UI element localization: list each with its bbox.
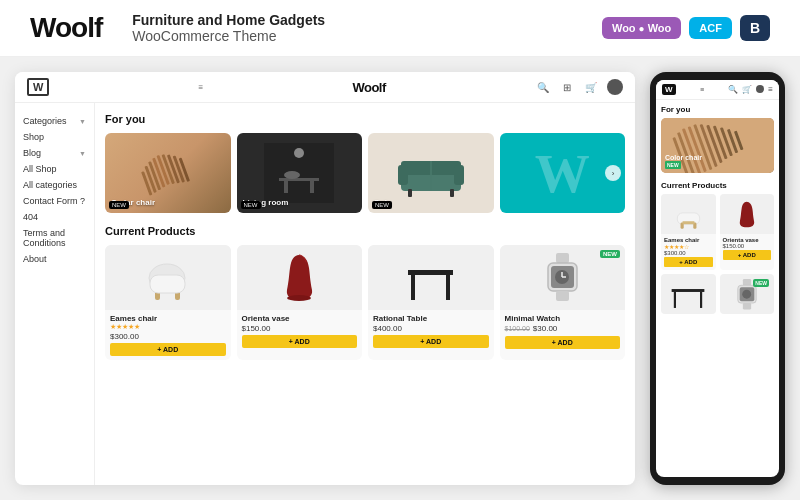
product-price-eames: $300.00: [110, 332, 226, 341]
product-img-vase: [237, 245, 363, 310]
svg-point-10: [294, 148, 304, 158]
product-img-table: [368, 245, 494, 310]
mobile-for-you-title: For you: [661, 105, 774, 114]
mobile-cart-icon[interactable]: 🛒: [742, 85, 752, 94]
mobile-new-badge: NEW: [665, 161, 681, 169]
sidebar-item-allcategories[interactable]: All categories: [23, 177, 86, 193]
subtitle-line2: WooCommerce Theme: [132, 28, 572, 44]
svg-rect-64: [700, 291, 702, 307]
eames-chair-img: [140, 250, 195, 305]
avatar[interactable]: [607, 79, 623, 95]
mobile-eames-img: [671, 197, 706, 232]
mobile-cedar-label: Color chair NEW: [665, 154, 702, 169]
featured-grid: Cedar chair NEW: [105, 133, 625, 213]
product-card-vase[interactable]: Orienta vase $150.00 + ADD: [237, 245, 363, 360]
mobile-search-icon[interactable]: 🔍: [728, 85, 738, 94]
mockup-sidebar: Categories ▼ Shop Blog ▼ All Shop All ca…: [15, 103, 95, 485]
featured-card-sofa[interactable]: Sofa NEW: [368, 133, 494, 213]
for-you-title: For you: [105, 113, 625, 125]
add-table-button[interactable]: + ADD: [373, 335, 489, 348]
mockup-icons: 🔍 ⊞ 🛒: [535, 79, 623, 95]
logo: Woolf: [30, 12, 102, 44]
product-stars-eames: ★★★★★: [110, 323, 226, 331]
mobile-price-eames: $300.00: [664, 250, 713, 256]
product-name-eames: Eames chair: [110, 314, 226, 323]
watch-img: [540, 250, 585, 305]
sidebar-item-terms[interactable]: Terms and Conditions: [23, 225, 86, 251]
svg-point-14: [284, 171, 300, 179]
featured-card-w[interactable]: W ›: [500, 133, 626, 213]
search-icon[interactable]: 🔍: [535, 79, 551, 95]
svg-rect-34: [446, 275, 450, 300]
sidebar-item-shop[interactable]: Shop: [23, 129, 86, 145]
svg-rect-12: [284, 181, 288, 193]
mobile-cedar-card[interactable]: Color chair NEW: [661, 118, 774, 173]
watch-pricing: $100.00 $30.00: [505, 323, 621, 334]
mobile-product-info-vase: Orienta vase $150.00 + ADD: [720, 234, 775, 263]
svg-point-30: [287, 295, 311, 301]
add-vase-button[interactable]: + ADD: [242, 335, 358, 348]
mobile-products-row2: NEW: [661, 274, 774, 314]
mobile-new-badge-watch: NEW: [753, 279, 769, 287]
sidebar-item-categories[interactable]: Categories ▼: [23, 113, 86, 129]
svg-rect-11: [279, 178, 319, 181]
add-eames-button[interactable]: + ADD: [110, 343, 226, 356]
header-badges: ● Woo ACF B: [602, 15, 770, 41]
product-card-eames[interactable]: Eames chair ★★★★★ $300.00 + ADD: [105, 245, 231, 360]
grid-icon[interactable]: ⊞: [559, 79, 575, 95]
sidebar-item-404[interactable]: 404: [23, 209, 86, 225]
next-arrow-icon[interactable]: ›: [605, 165, 621, 181]
sidebar-item-allshop[interactable]: All Shop: [23, 161, 86, 177]
mobile-product-info-eames: Eames chair ★★★★☆ $300.00 + ADD: [661, 234, 716, 270]
mobile-product-watch[interactable]: NEW: [720, 274, 775, 314]
cedar-chair-illustration: [133, 143, 203, 203]
product-info-table: Rational Table $400.00 + ADD: [368, 310, 494, 352]
mobile-table-img: [668, 277, 708, 312]
mockup-logo: W: [27, 78, 49, 96]
svg-rect-18: [398, 165, 408, 185]
sofa-badge: NEW: [372, 201, 392, 209]
acf-badge: ACF: [689, 17, 732, 39]
product-price-table: $400.00: [373, 324, 489, 333]
mobile-menu-icon[interactable]: ≡: [768, 85, 773, 94]
product-name-watch: Minimal Watch: [505, 314, 621, 323]
page: Woolf Furniture and Home Gadgets WooComm…: [0, 0, 800, 500]
mobile-logo: W: [662, 84, 676, 95]
sofa-illustration: [396, 143, 466, 203]
new-badge: NEW: [600, 250, 620, 258]
b-badge: B: [740, 15, 770, 41]
mobile-add-vase-button[interactable]: + ADD: [723, 250, 772, 260]
mockup-main-area: For you: [95, 103, 635, 485]
mobile-product-eames[interactable]: Eames chair ★★★★☆ $300.00 + ADD: [661, 194, 716, 270]
cart-icon[interactable]: 🛒: [583, 79, 599, 95]
product-card-table[interactable]: Rational Table $400.00 + ADD: [368, 245, 494, 360]
woo-badge: ● Woo: [602, 17, 681, 39]
mobile-product-img-table: [661, 274, 716, 314]
product-price-watch: $30.00: [533, 324, 557, 333]
mockup-topbar: W ≡ Woolf 🔍 ⊞ 🛒: [15, 72, 635, 103]
featured-card-living[interactable]: Living room NEW: [237, 133, 363, 213]
add-watch-button[interactable]: + ADD: [505, 336, 621, 349]
svg-rect-36: [556, 253, 569, 263]
mobile-product-table[interactable]: [661, 274, 716, 314]
cedar-badge: NEW: [109, 201, 129, 209]
mobile-products-grid: Eames chair ★★★★☆ $300.00 + ADD: [661, 194, 774, 270]
sidebar-item-blog[interactable]: Blog ▼: [23, 145, 86, 161]
w-letter: W: [535, 146, 590, 201]
mobile-nav-icons: ≡: [700, 86, 704, 93]
vase-img: [282, 250, 317, 305]
featured-card-cedar[interactable]: Cedar chair NEW: [105, 133, 231, 213]
mobile-featured: Color chair NEW: [661, 118, 774, 173]
sidebar-item-contact[interactable]: Contact Form ?: [23, 193, 86, 209]
sidebar-item-about[interactable]: About: [23, 251, 86, 267]
svg-rect-21: [408, 189, 412, 197]
mobile-avatar[interactable]: [756, 85, 764, 93]
mobile-add-eames-button[interactable]: + ADD: [664, 257, 713, 267]
mobile-product-vase[interactable]: Orienta vase $150.00 + ADD: [720, 194, 775, 270]
mobile-icons: 🔍 🛒 ≡: [728, 85, 773, 94]
svg-rect-63: [674, 291, 676, 307]
product-name-vase: Orienta vase: [242, 314, 358, 323]
living-room-illustration: [264, 143, 334, 203]
product-card-watch[interactable]: NEW: [500, 245, 626, 360]
svg-rect-33: [411, 275, 415, 300]
